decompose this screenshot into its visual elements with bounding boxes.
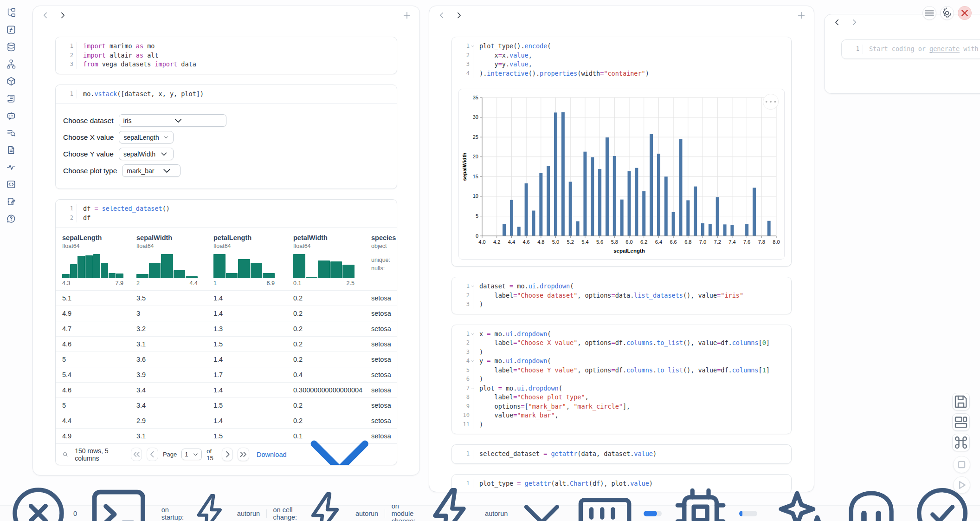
code-editor[interactable]: 1import marimo as mo2import altair as al… (56, 37, 397, 74)
on-module-change-setting[interactable]: on module change: autorun (392, 482, 573, 521)
copilot-icon[interactable] (839, 481, 903, 521)
svg-text:5.6: 5.6 (596, 239, 603, 245)
close-icon[interactable] (958, 6, 972, 20)
fold-chevron-icon[interactable] (471, 284, 475, 288)
code-editor[interactable]: 1x = mo.ui.dropdown(2 label="Choose X va… (452, 325, 791, 434)
scratchpad-icon[interactable] (6, 196, 16, 207)
chat-bot-icon[interactable] (6, 111, 16, 121)
dataframe-table: sepalLengthfloat644.37.9sepalWidthfloat6… (56, 227, 397, 465)
tracing-icon[interactable] (6, 162, 16, 172)
table-column-header[interactable]: sepalWidthfloat6424.4 (136, 234, 213, 287)
line-number: 1 (452, 42, 473, 51)
vstack-cell[interactable]: 1mo.vstack([dataset, x, y, plot])Choose … (55, 85, 397, 189)
choose-plot-type-select[interactable]: mark_bar (122, 164, 181, 177)
selected-dataset-cell[interactable]: 1selected_dataset = getattr(data, datase… (451, 444, 792, 464)
file-tree-icon[interactable] (6, 7, 16, 18)
last-page-button[interactable] (238, 448, 249, 461)
column-move-right-icon[interactable] (58, 10, 68, 20)
table-summary: 150 rows, 5 columns (75, 447, 121, 462)
choose-y-value-select[interactable]: sepalWidth (119, 148, 174, 160)
column-move-right-icon[interactable] (454, 10, 464, 20)
page-select[interactable]: 1 (181, 449, 202, 460)
table-row[interactable]: 53.61.40.2setosa (56, 352, 397, 367)
layout-button[interactable] (952, 413, 970, 431)
table-row[interactable]: 4.931.40.2setosa (56, 306, 397, 321)
svg-text:4.0: 4.0 (478, 239, 485, 245)
bar-chart[interactable]: 4.04.24.44.64.85.05.25.45.65.86.06.26.46… (461, 93, 782, 256)
menu-icon[interactable] (922, 6, 936, 20)
fold-chevron-icon[interactable] (471, 332, 475, 336)
imports-cell[interactable]: 1import marimo as mo2import altair as al… (55, 37, 397, 74)
code-editor[interactable]: 1plot_type().encode(2 x=x.value,3 y=y.va… (452, 37, 791, 83)
table-row[interactable]: 5.43.91.70.4setosa (56, 367, 397, 382)
code-editor[interactable]: 1selected_dataset = getattr(data, datase… (452, 445, 791, 463)
line-number: 6 (452, 375, 473, 384)
table-row[interactable]: 5.13.51.40.2setosa (56, 290, 397, 306)
code-editor[interactable]: 1mo.vstack([dataset, x, y, plot]) (56, 85, 397, 104)
on-cell-change-setting[interactable]: on cell change: autorun (273, 488, 379, 521)
function-square-icon[interactable] (6, 25, 16, 35)
errors-indicator[interactable]: 0 (6, 481, 77, 521)
code-line: 3from vega_datasets import data (56, 60, 397, 69)
code-placeholder[interactable]: Start coding or generate with (863, 45, 979, 54)
code-editor[interactable]: 1dataset = mo.ui.dropdown(2 label="Choos… (452, 277, 791, 314)
xy-plot-dropdown-cell[interactable]: 1x = mo.ui.dropdown(2 label="Choose X va… (451, 325, 792, 435)
table-column-header[interactable]: petalLengthfloat6416.9 (213, 234, 293, 287)
scratchpad-cell[interactable]: 1 Start coding or generate with (841, 39, 980, 59)
plot-cell[interactable]: 1plot_type().encode(2 x=x.value,3 y=y.va… (451, 37, 792, 267)
column-move-left-icon[interactable] (437, 10, 447, 20)
fold-chevron-icon[interactable] (471, 359, 475, 363)
line-number: 11 (452, 420, 473, 430)
connection-status-icon[interactable] (910, 481, 974, 521)
column-move-right-icon[interactable] (849, 17, 859, 27)
add-column-icon[interactable] (402, 10, 412, 20)
add-column-icon[interactable] (796, 10, 806, 20)
previous-page-button[interactable] (147, 448, 158, 461)
column-move-left-icon[interactable] (40, 10, 51, 20)
code-line: 1x = mo.ui.dropdown( (452, 330, 791, 339)
notebook-column-left: 1import marimo as mo2import altair as al… (32, 6, 420, 475)
choose-x-value-select[interactable]: sepalLength (119, 131, 174, 143)
database-icon[interactable] (6, 42, 16, 52)
next-page-button[interactable] (222, 448, 233, 461)
line-number: 1 (56, 204, 77, 214)
script-icon[interactable] (6, 93, 16, 104)
dataframe-cell[interactable]: 1df = selected_dataset()2dfsepalLengthfl… (55, 199, 397, 465)
fold-chevron-icon[interactable] (471, 386, 475, 391)
column-move-left-icon[interactable] (832, 17, 842, 27)
svg-text:7.0: 7.0 (699, 239, 706, 245)
table-column-header[interactable]: sepalLengthfloat644.37.9 (62, 234, 136, 287)
table-row[interactable]: 4.63.41.40.30000000000000004setosa (56, 382, 397, 397)
terminal-button[interactable] (84, 479, 153, 521)
code-line: 2import altair as alt (56, 51, 397, 60)
svg-text:sepalWidth: sepalWidth (462, 152, 467, 181)
stop-button[interactable] (953, 456, 970, 473)
fold-chevron-icon[interactable] (471, 44, 475, 48)
dependency-graph-icon[interactable] (6, 59, 16, 69)
download-button[interactable]: Download (257, 404, 390, 465)
table-column-header[interactable]: speciesobjectunique:nulls: (371, 234, 397, 287)
document-icon[interactable] (6, 145, 16, 155)
package-icon[interactable] (6, 76, 16, 86)
table-column-header[interactable]: petalWidthfloat640.12.5 (293, 234, 371, 287)
table-row[interactable]: 4.63.11.50.2setosa (56, 336, 397, 352)
code-editor[interactable]: 1df = selected_dataset()2df (56, 200, 397, 227)
dataset-dropdown-cell[interactable]: 1dataset = mo.ui.dropdown(2 label="Choos… (451, 277, 792, 314)
ai-sparkles-icon[interactable] (767, 481, 832, 521)
table-row[interactable]: 4.73.21.30.2setosa (56, 321, 397, 336)
on-startup-setting[interactable]: on startup: autorun (161, 490, 260, 521)
choose-dataset-select[interactable]: iris (119, 114, 226, 127)
settings-gear-icon[interactable] (940, 6, 954, 20)
generate-with-ai-link[interactable]: generate (929, 45, 960, 52)
search-icon[interactable] (62, 450, 68, 458)
chart-options-icon[interactable] (763, 94, 779, 110)
logs-search-icon[interactable] (6, 128, 16, 138)
code-line: 2df (56, 214, 397, 223)
keyboard-shortcuts-button[interactable] (952, 434, 970, 451)
code-block-icon[interactable] (6, 179, 16, 189)
svg-text:20: 20 (473, 154, 478, 159)
save-button[interactable] (952, 393, 970, 410)
help-icon[interactable] (6, 214, 16, 224)
first-page-button[interactable] (131, 448, 142, 461)
svg-text:30: 30 (473, 114, 478, 120)
